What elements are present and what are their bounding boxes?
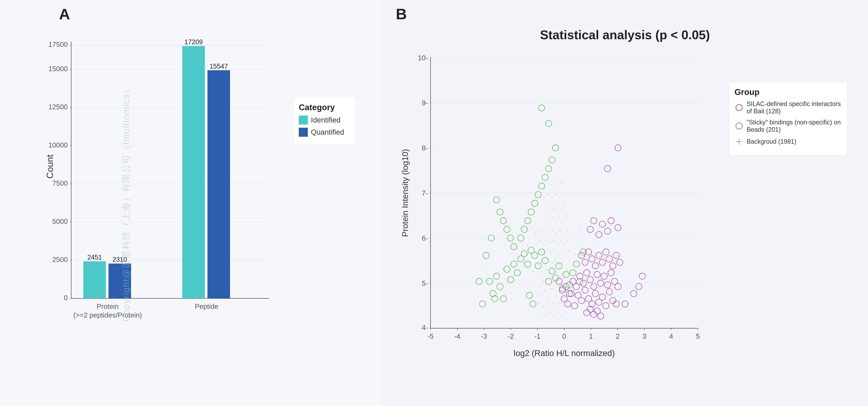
svg-text:12500: 12500 [49,103,68,111]
svg-text:+: + [552,301,555,305]
main-container: Copyright@谱景科技（上海）有限公司（Imultiomics） A 0 … [0,0,868,406]
svg-text:+: + [565,215,567,220]
svg-text:+: + [563,241,565,246]
svg-text:+: + [586,273,588,277]
svg-text:+: + [550,183,552,187]
chart-a-svg: 0 2500 5000 7500 10000 12500 15000 [43,28,286,340]
svg-point-312 [603,249,609,255]
svg-point-286 [599,294,606,300]
svg-text:+: + [540,250,542,253]
svg-point-247 [525,217,531,224]
svg-point-268 [479,301,486,307]
svg-point-250 [535,192,541,198]
svg-text:+: + [530,226,532,230]
svg-point-315 [613,252,619,259]
svg-text:+: + [555,231,558,235]
svg-text:+: + [555,270,558,274]
svg-point-323 [615,225,621,231]
svg-point-258 [500,217,506,224]
svg-text:+: + [551,215,553,220]
svg-text:+: + [559,228,561,233]
svg-text:15547: 15547 [210,63,228,70]
svg-text:+: + [483,270,485,273]
svg-text:+: + [538,301,540,305]
svg-text:+: + [558,262,560,266]
svg-text:10-: 10- [418,54,428,62]
svg-text:+: + [561,219,563,223]
svg-point-292 [573,283,580,290]
svg-text:+: + [555,219,557,223]
legend-b-item-sticky: "Sticky" bindings (non-specific) on Bead… [735,119,842,133]
legend-a-title: Category [299,103,350,112]
background-icon [735,137,744,146]
svg-point-324 [622,301,628,307]
svg-text:+: + [554,180,556,184]
svg-text:Count: Count [45,155,55,178]
svg-text:Protein: Protein [97,303,119,310]
legend-item-quantified: Quantified [299,128,350,137]
chart-b-svg: 10- 9- 8- 7- 6- 5- 4- [399,47,746,363]
svg-point-316 [617,259,623,266]
svg-text:+: + [490,287,492,291]
svg-text:+: + [555,258,557,262]
svg-point-281 [582,287,588,293]
svg-point-320 [599,221,606,227]
svg-text:2451: 2451 [87,253,102,261]
svg-point-310 [596,252,602,259]
svg-text:+: + [547,180,549,184]
svg-text:2500: 2500 [52,256,68,263]
svg-text:7-: 7- [422,189,428,197]
svg-point-318 [591,217,597,224]
legend-b-item-background: Backgroud (1981) [735,137,842,146]
svg-point-325 [630,291,637,297]
svg-text:+: + [549,241,552,245]
svg-text:+: + [568,259,570,263]
svg-text:+: + [563,203,565,208]
chart-b-area: 10- 9- 8- 7- 6- 5- 4- [399,47,850,377]
svg-point-338 [597,313,604,319]
svg-point-270 [526,292,533,298]
svg-point-265 [573,261,580,267]
svg-text:+: + [535,242,537,246]
svg-point-284 [592,291,598,297]
svg-point-260 [493,197,500,203]
svg-text:+: + [542,279,545,284]
svg-point-336 [591,311,597,317]
svg-point-327 [639,273,646,279]
bar-protein-identified [83,261,106,298]
svg-point-298 [594,271,600,278]
svg-point-263 [538,105,545,111]
svg-point-224 [514,270,521,276]
svg-text:+: + [541,269,544,274]
svg-point-301 [604,282,611,288]
svg-text:+: + [549,311,551,315]
svg-point-257 [504,226,510,233]
svg-text:+: + [567,239,569,243]
svg-text:+: + [548,192,550,196]
svg-point-278 [571,303,578,309]
chart-a-area: 0 2500 5000 7500 10000 12500 15000 [43,28,356,358]
svg-text:-3: -3 [481,332,487,340]
svg-text:15000: 15000 [49,65,68,72]
svg-point-308 [589,256,595,262]
svg-text:+: + [551,195,553,199]
svg-text:+: + [510,252,512,256]
svg-text:+: + [561,192,564,196]
legend-b-label-sticky: "Sticky" bindings (non-specific) on Bead… [747,119,842,133]
svg-text:+: + [552,268,554,273]
svg-point-240 [500,296,506,302]
watermark: Copyright@谱景科技（上海）有限公司（Imultiomics） [120,84,132,322]
svg-point-313 [606,256,613,262]
svg-text:+: + [561,180,563,184]
svg-text:-2: -2 [507,332,514,340]
svg-text:+: + [559,301,561,305]
svg-text:5000: 5000 [52,217,68,225]
svg-text:+: + [552,229,554,233]
svg-text:+: + [534,235,536,239]
svg-text:+: + [532,269,534,274]
svg-text:+: + [553,313,555,318]
svg-point-334 [584,309,590,316]
svg-text:+: + [538,228,540,233]
svg-text:17209: 17209 [184,38,203,46]
svg-text:3: 3 [643,332,646,340]
